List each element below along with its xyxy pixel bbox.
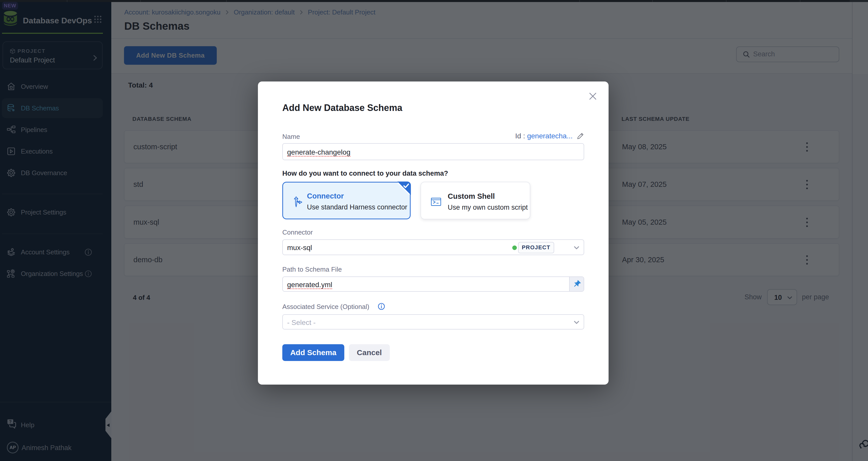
option-title: Connector [307,192,344,200]
option-subtitle: Use my own custom script [448,204,528,211]
name-label: Name [282,133,300,141]
add-schema-button[interactable]: Add Schema [282,344,344,361]
selected-check-ribbon [397,182,411,195]
cancel-button[interactable]: Cancel [349,344,390,361]
service-placeholder: - Select - [287,319,316,327]
info-icon [378,303,385,310]
id-row: Id : generatecha... [515,132,584,140]
connector-select[interactable]: mux-sql PROJECT [282,239,584,255]
name-input[interactable]: generate-changelog [282,143,584,160]
option-subtitle: Use standard Harness connector [307,203,407,211]
path-label: Path to Schema File [282,266,342,273]
modal-title: Add New Database Schema [282,103,402,113]
service-label: Associated Service (Optional) [282,303,369,311]
connector-value: mux-sql [287,244,312,252]
edit-pencil-icon[interactable] [577,133,584,140]
pin-button[interactable] [569,277,584,291]
connector-status-dot [512,245,517,250]
path-input[interactable]: generated.yml [282,276,584,292]
chevron-down-icon [573,319,580,326]
connector-scope-tag: PROJECT [518,242,554,253]
id-prefix: Id : [515,132,525,140]
terminal-icon [431,198,441,206]
name-input-value: generate-changelog [287,148,350,156]
close-icon[interactable] [589,92,597,100]
connector-label: Connector [282,228,313,236]
path-input-value: generated.yml [287,281,332,289]
connect-question: How do you want to connect to your data … [282,170,448,177]
option-card-connector[interactable]: Connector Use standard Harness connector [282,182,411,219]
service-select[interactable]: - Select - [282,314,584,330]
app-root: NEW ∞ Database DevOps PROJECT Default Pr… [0,0,868,461]
option-title: Custom Shell [448,192,495,201]
option-card-custom-shell[interactable]: Custom Shell Use my own custom script [421,182,530,219]
chevron-down-icon [573,244,580,251]
pin-icon [572,280,581,288]
id-value-link[interactable]: generatecha... [527,132,572,140]
add-schema-modal: Add New Database Schema Name Id : genera… [258,81,609,385]
branch-arrows-icon [294,196,302,207]
